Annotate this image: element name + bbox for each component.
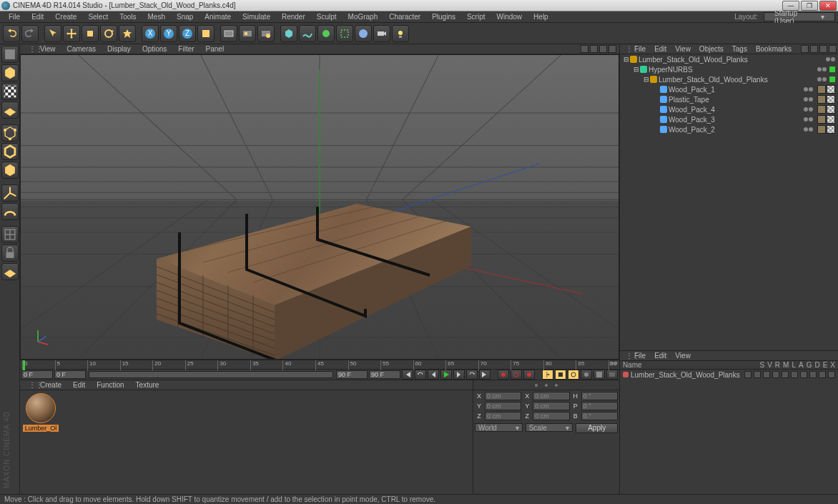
menu-select[interactable]: Select xyxy=(82,13,114,21)
viewport-layout-icon[interactable] xyxy=(608,45,616,53)
timeline-start-field[interactable]: 0 F xyxy=(21,370,53,379)
layout-selector[interactable]: Startup (User)▾ xyxy=(764,12,835,21)
matmenu-create[interactable]: Create xyxy=(34,381,67,389)
uvw-tag-icon[interactable] xyxy=(827,95,835,104)
viewmenu-options[interactable]: Options xyxy=(137,45,172,53)
attr-a-toggle[interactable] xyxy=(791,371,798,378)
objmgr-grip-icon[interactable]: ⋮⋮ xyxy=(621,45,630,53)
menu-render[interactable]: Render xyxy=(276,13,311,21)
tree-row[interactable]: Wood_Pack_2 xyxy=(620,124,838,134)
texture-tag-icon[interactable] xyxy=(817,85,826,94)
planar-workplane-button[interactable] xyxy=(1,263,19,280)
objmgr-eye-icon[interactable] xyxy=(810,45,818,53)
menu-help[interactable]: Help xyxy=(528,13,554,21)
goto-end-button[interactable] xyxy=(479,370,491,380)
visibility-dots[interactable] xyxy=(817,77,827,81)
visibility-dots[interactable] xyxy=(804,87,813,92)
tree-expand-icon[interactable]: ⊟ xyxy=(643,76,650,83)
menu-mograph[interactable]: MoGraph xyxy=(342,13,384,21)
objmenu-tags[interactable]: Tags xyxy=(728,45,751,53)
menu-plugins[interactable]: Plugins xyxy=(426,13,461,21)
deformer-button[interactable] xyxy=(336,25,353,42)
coord-field[interactable]: 0 cm xyxy=(485,392,521,400)
menu-simulate[interactable]: Simulate xyxy=(237,13,276,21)
coord-mode-select[interactable]: Scale▾ xyxy=(526,423,573,432)
rotate-button[interactable] xyxy=(100,25,117,42)
matmenu-edit[interactable]: Edit xyxy=(67,381,91,389)
texture-tag-icon[interactable] xyxy=(817,95,826,104)
texture-mode-button[interactable] xyxy=(1,83,19,100)
spline-button[interactable] xyxy=(299,25,316,42)
scale-button[interactable] xyxy=(82,25,99,42)
texture-tag-icon[interactable] xyxy=(817,105,826,114)
objmenu-objects[interactable]: Objects xyxy=(695,45,728,53)
coord-field[interactable]: 0 ° xyxy=(581,392,618,400)
tree-expand-icon[interactable]: ⊟ xyxy=(633,66,640,73)
visibility-dots[interactable] xyxy=(804,97,813,102)
attr-r-toggle[interactable] xyxy=(763,371,770,378)
model-mode-button[interactable] xyxy=(1,64,19,81)
uvw-tag-icon[interactable] xyxy=(827,115,835,124)
camera-button[interactable] xyxy=(373,25,390,42)
texture-tag-icon[interactable] xyxy=(817,125,826,134)
edge-mode-button[interactable] xyxy=(1,143,19,160)
enable-check-icon[interactable] xyxy=(829,66,835,72)
menu-snap[interactable]: Snap xyxy=(171,13,199,21)
snap-button[interactable] xyxy=(1,226,19,243)
tree-row[interactable]: ⊟Lumber_Stack_Old_Wood_Planks xyxy=(620,74,838,84)
visibility-dots[interactable] xyxy=(804,117,813,122)
visibility-dots[interactable] xyxy=(804,107,813,112)
undo-button[interactable] xyxy=(3,25,20,42)
render-settings-button[interactable] xyxy=(257,25,275,42)
menu-mesh[interactable]: Mesh xyxy=(142,13,171,21)
coord-field[interactable]: 0 cm xyxy=(533,392,569,400)
tree-row[interactable]: ⊟HyperNURBS xyxy=(620,64,838,74)
attrmenu-view[interactable]: View xyxy=(671,352,695,360)
attr-l-toggle[interactable] xyxy=(782,371,789,378)
menu-tools[interactable]: Tools xyxy=(114,13,142,21)
polygon-mode-button[interactable] xyxy=(1,162,19,179)
tree-row[interactable]: ⊟Lumber_Stack_Old_Wood_Planks xyxy=(620,54,838,64)
uvw-tag-icon[interactable] xyxy=(827,105,835,114)
workplane-button[interactable] xyxy=(1,102,19,119)
make-editable-button[interactable] xyxy=(1,46,19,63)
live-select-button[interactable] xyxy=(44,25,61,42)
render-region-button[interactable] xyxy=(239,25,256,42)
attr-m-toggle[interactable] xyxy=(772,371,779,378)
menu-edit[interactable]: Edit xyxy=(26,13,49,21)
key-scale-button[interactable] xyxy=(555,370,566,380)
light-button[interactable] xyxy=(392,25,409,42)
attr-layer-row[interactable]: Lumber_Stack_Old_Wood_Planks xyxy=(620,370,838,380)
tree-row[interactable]: Wood_Pack_4 xyxy=(620,104,838,114)
attrmenu-file[interactable]: File xyxy=(630,352,650,360)
key-options-button[interactable] xyxy=(606,370,618,380)
key-pla-button[interactable] xyxy=(593,370,605,380)
timeline-ruler[interactable]: 0510152025303540455055606570758085900 F xyxy=(20,360,619,370)
coord-space-select[interactable]: World▾ xyxy=(475,423,523,432)
objmgr-filter-icon[interactable] xyxy=(829,45,837,53)
viewmenu-display[interactable]: Display xyxy=(102,45,137,53)
y-axis-button[interactable]: Y xyxy=(160,25,177,42)
key-rot-button[interactable] xyxy=(568,370,579,380)
menu-character[interactable]: Character xyxy=(383,13,426,21)
attrmenu-edit[interactable]: Edit xyxy=(650,352,671,360)
key-pos-button[interactable] xyxy=(542,370,553,380)
coord-field[interactable]: 0 cm xyxy=(485,402,521,410)
x-axis-button[interactable]: X xyxy=(142,25,159,42)
point-mode-button[interactable] xyxy=(1,124,19,142)
timeline-range-slider[interactable] xyxy=(89,371,333,378)
objmenu-bookmarks[interactable]: Bookmarks xyxy=(751,45,796,53)
key-param-button[interactable] xyxy=(581,370,592,380)
objmgr-search-icon[interactable] xyxy=(801,45,809,53)
attr-e-toggle[interactable] xyxy=(819,371,826,378)
objmenu-edit[interactable]: Edit xyxy=(650,45,671,53)
matmenu-function[interactable]: Function xyxy=(91,381,129,389)
menu-file[interactable]: File xyxy=(3,13,26,21)
coord-field[interactable]: 0 cm xyxy=(533,412,569,420)
coord-field[interactable]: 0 cm xyxy=(485,412,521,420)
viewport-grip-icon[interactable]: ⋮⋮ xyxy=(23,45,34,53)
enable-check-icon[interactable] xyxy=(829,76,835,82)
soft-select-button[interactable] xyxy=(1,203,19,220)
timeline-in-field[interactable]: 0 F xyxy=(54,370,86,379)
coord-field[interactable]: 0 ° xyxy=(581,412,618,420)
